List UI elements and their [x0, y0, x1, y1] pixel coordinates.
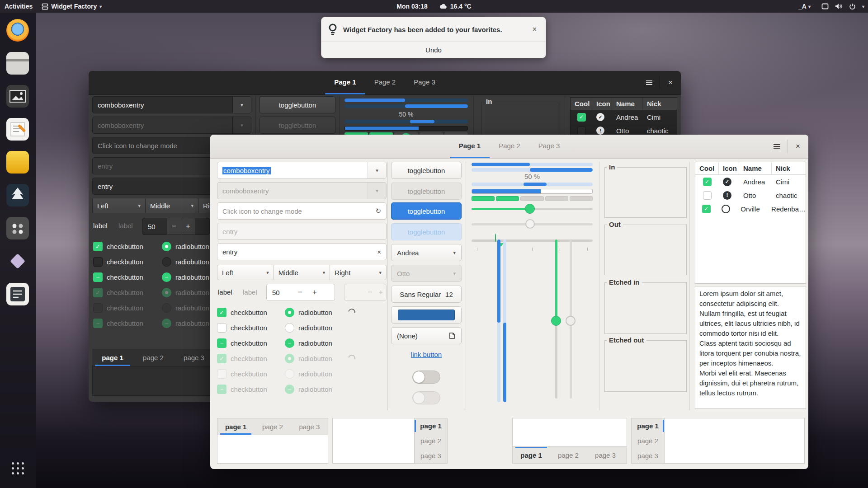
tab-page1[interactable]: Page 1 — [450, 135, 490, 158]
treeview-header[interactable]: Cool Icon Name Nick — [695, 162, 806, 175]
checkbox-checked[interactable]: ✓ — [93, 242, 103, 251]
table-row[interactable]: ✓ ✓ Andrea Cimi — [571, 110, 677, 124]
app-menu[interactable]: Widget Factory ▾ — [37, 0, 106, 13]
plus-icon[interactable]: + — [307, 284, 322, 300]
col-nick[interactable]: Nick — [643, 98, 677, 110]
chevron-down-icon[interactable]: ▾ — [862, 4, 864, 9]
col-name[interactable]: Name — [612, 98, 643, 110]
minus-icon[interactable]: − — [167, 218, 181, 235]
volume-icon[interactable] — [835, 3, 843, 9]
treeview-header[interactable]: Cool Icon Name Nick — [571, 98, 677, 110]
chevron-down-icon[interactable]: ▾ — [368, 162, 386, 178]
headerbar[interactable]: Page 1 Page 2 Page 3 × — [210, 135, 808, 159]
link-button[interactable]: link button — [391, 351, 462, 358]
screen-icon[interactable] — [821, 3, 829, 9]
scale[interactable] — [472, 203, 593, 214]
menu-icon[interactable] — [639, 71, 660, 94]
dock-icon-image-viewer[interactable] — [6, 85, 29, 108]
slider-knob[interactable] — [525, 204, 535, 214]
col-cool[interactable]: Cool — [695, 162, 719, 174]
refresh-icon[interactable]: ↻ — [375, 207, 381, 215]
checkbox-checked[interactable]: ✓ — [217, 308, 226, 317]
nb-tab-page3[interactable]: page 3 — [587, 447, 624, 463]
checkbox-unchecked[interactable] — [577, 127, 586, 135]
nb-tab-page3[interactable]: page 3 — [415, 448, 447, 463]
nb-tab-page2[interactable]: page 2 — [415, 433, 447, 448]
dock-icon-scanner[interactable] — [6, 52, 29, 75]
dock-icon-boxes[interactable] — [6, 250, 29, 272]
comboboxentry-text[interactable]: comboboxentry — [93, 101, 232, 109]
tab-page3[interactable]: Page 3 — [529, 135, 569, 158]
nb-tab-page2[interactable]: page 2 — [133, 349, 174, 366]
switch-knob[interactable] — [413, 371, 425, 383]
mode-entry[interactable]: Click icon to change mode ↻ — [217, 202, 387, 220]
power-icon[interactable] — [849, 3, 856, 10]
togglebutton-active[interactable]: togglebutton — [391, 202, 462, 220]
checkbox-mixed[interactable]: − — [93, 272, 103, 282]
clear-icon[interactable]: × — [377, 248, 381, 256]
nb-tab-page2[interactable]: page 2 — [632, 433, 664, 448]
nb-tab-page1[interactable]: page 1 — [632, 418, 664, 433]
col-icon[interactable]: Icon — [592, 98, 612, 110]
spin-value[interactable]: 50 — [267, 284, 293, 300]
dock-icon-firefox[interactable] — [6, 19, 29, 42]
close-icon[interactable]: × — [788, 135, 808, 158]
combo-middle[interactable]: Middle▾ — [274, 265, 330, 280]
combo-left[interactable]: Left▾ — [217, 265, 274, 280]
spinbutton[interactable]: 50 − + — [266, 284, 335, 301]
clock[interactable]: Mon 03:18 — [396, 0, 427, 13]
radio-unselected[interactable] — [285, 323, 294, 333]
close-icon[interactable]: × — [660, 71, 681, 94]
col-name[interactable]: Name — [739, 162, 772, 174]
spinbutton[interactable]: 50 − + — [142, 218, 210, 235]
dock-icon-todo[interactable] — [6, 283, 29, 305]
tab-page3[interactable]: Page 3 — [405, 71, 444, 94]
textview[interactable]: Lorem ipsum dolor sit amet, consectetur … — [695, 286, 806, 409]
scale-vertical[interactable] — [551, 239, 561, 399]
nb-tab-page3[interactable]: page 3 — [174, 349, 214, 366]
show-applications-icon[interactable] — [12, 462, 24, 475]
tab-page2[interactable]: Page 2 — [365, 71, 405, 94]
minus-icon[interactable]: − — [293, 284, 307, 300]
table-row[interactable]: ✓ ✓ Andrea Cimi — [695, 175, 806, 188]
tab-page1[interactable]: Page 1 — [325, 71, 365, 94]
nb-tab-page2[interactable]: page 2 — [550, 447, 587, 463]
radio-mixed[interactable]: − — [285, 338, 294, 348]
col-icon[interactable]: Icon — [719, 162, 739, 174]
file-chooser-button[interactable]: (None) — [391, 327, 462, 344]
menu-icon[interactable] — [766, 135, 787, 158]
undo-button[interactable]: Undo — [321, 42, 546, 58]
combo-left[interactable]: Left▾ — [92, 198, 146, 213]
combo-middle[interactable]: Middle▾ — [146, 198, 198, 213]
checkbox-unchecked[interactable] — [93, 257, 103, 267]
close-icon[interactable]: × — [530, 24, 539, 34]
switch-off[interactable] — [412, 371, 440, 384]
table-row[interactable]: ✓ Orville Redenba… — [695, 202, 806, 216]
radio-unselected[interactable] — [162, 257, 171, 267]
col-nick[interactable]: Nick — [772, 162, 806, 174]
chevron-down-icon[interactable]: ▾ — [232, 97, 251, 113]
back-window-headerbar[interactable]: Page 1 Page 2 Page 3 × — [89, 71, 681, 95]
checkbox-unchecked[interactable] — [703, 191, 712, 200]
dock-icon-files[interactable] — [6, 151, 29, 174]
weather[interactable]: 16.4 °C — [439, 0, 472, 13]
togglebutton[interactable]: togglebutton — [391, 162, 462, 179]
checkbox-mixed[interactable]: − — [217, 338, 226, 348]
combo-right[interactable]: Right▾ — [330, 265, 387, 280]
nb-tab-page1[interactable]: page 1 — [415, 418, 447, 433]
comboboxentry-text[interactable]: comboboxentry — [217, 167, 368, 174]
checkbox-checked[interactable]: ✓ — [702, 205, 711, 213]
person-combobox[interactable]: Andrea ▾ — [391, 244, 462, 261]
nb-tab-page1[interactable]: page 1 — [92, 349, 133, 366]
table-row[interactable]: ! Otto chaotic — [695, 188, 806, 202]
nb-tab-page1[interactable]: page 1 — [217, 418, 254, 435]
slider-knob[interactable] — [551, 316, 561, 326]
selected-text[interactable]: comboboxentry — [222, 167, 271, 174]
nb-tab-page1[interactable]: page 1 — [513, 447, 550, 463]
dock-icon-text-editor[interactable] — [6, 118, 29, 141]
activities-button[interactable]: Activities — [0, 0, 37, 13]
nb-tab-page3[interactable]: page 3 — [632, 448, 664, 463]
checkbox-checked[interactable]: ✓ — [703, 178, 712, 186]
comboboxentry[interactable]: comboboxentry ▾ — [217, 162, 387, 179]
font-button[interactable]: Sans Regular 12 — [391, 286, 462, 303]
